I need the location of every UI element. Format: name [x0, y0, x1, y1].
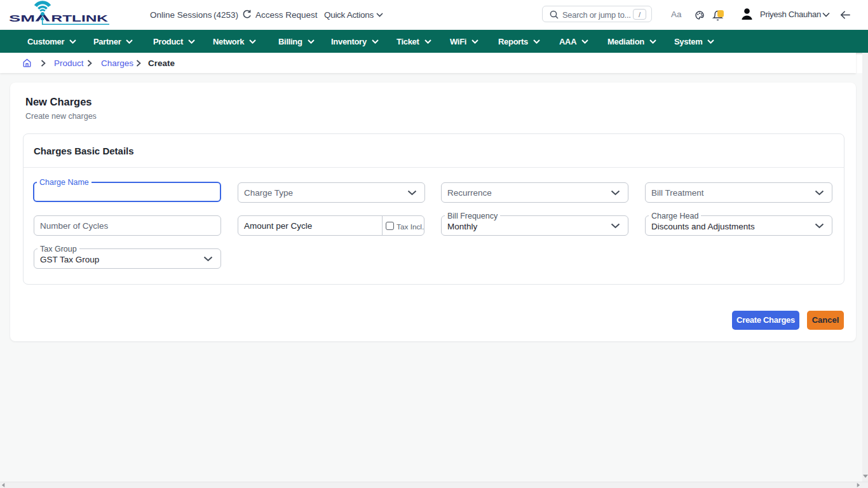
svg-text:SM: SM: [9, 13, 35, 24]
svg-text:RTLINK: RTLINK: [51, 13, 109, 24]
